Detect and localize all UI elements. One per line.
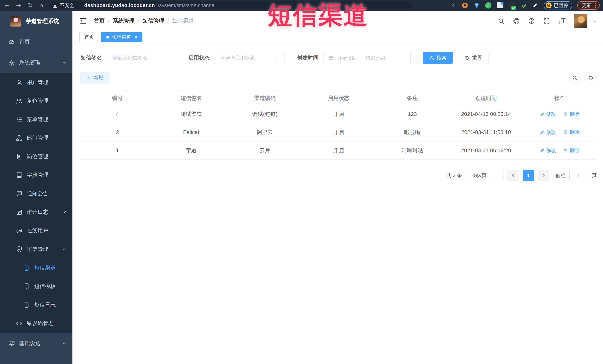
page-number-1[interactable]: 1 [523,170,534,181]
breadcrumb-sms[interactable]: 短信管理 [142,17,164,25]
column-header[interactable]: 创建时间 [449,92,523,105]
reset-button[interactable]: 重置 [458,52,488,64]
sidebar-item-sms-log[interactable]: 短信日志 [0,296,73,314]
calendar-icon [329,55,334,60]
close-icon[interactable]: × [135,35,137,40]
warning-icon: ▲ [53,3,57,8]
search-button[interactable]: 搜索 [423,52,453,64]
sidebar-item-sms-template[interactable]: 短信模板 [0,277,73,296]
tab-home[interactable]: 首页 [80,32,99,42]
signal-icon [16,227,23,234]
cell-id: 2 [81,123,154,142]
cell-code: 调试(钉钉) [228,105,302,123]
status-select[interactable]: 请选择启用状态 [215,52,285,64]
sidebar-item-infrastructure[interactable]: 基础设施 [0,333,73,354]
reload-icon[interactable]: ↻ [28,2,33,8]
caret-down-icon[interactable] [593,19,597,23]
page-content: 短信签名 启用状态 请选择启用状态 创建时间 开始日期 - 结束日期 搜索 [73,43,603,181]
refresh-table-button[interactable] [585,72,597,83]
font-size-icon[interactable]: TT [558,17,566,24]
edit-link[interactable]: 修改 [540,147,556,154]
sidebar-item-role-mgmt[interactable]: 角色管理 [0,92,73,110]
github-icon[interactable] [513,17,520,24]
delete-link[interactable]: 删除 [563,129,580,135]
delete-link[interactable]: 删除 [563,111,580,117]
address-bar[interactable]: ▲ 不安全 dashboard.yudao.iocoder.cn/system/… [49,1,413,9]
page-jump-input[interactable] [569,170,588,181]
sidebar-item-user-mgmt[interactable]: 用户管理 [0,73,73,92]
pagination: 共 3 条 10条/页 1 前往 页 [81,170,597,181]
date-range-picker[interactable]: 开始日期 - 结束日期 [323,52,411,64]
extension-bird-icon[interactable] [532,2,539,9]
search-icon [572,75,577,80]
app-logo [10,16,21,26]
avatar[interactable] [574,14,587,28]
cell-signature: 芋道 [154,142,228,160]
breadcrumb-system[interactable]: 系统管理 [113,17,134,25]
cell-created: 2021-04-13 00:23:14 [449,105,523,123]
next-page-button[interactable] [538,170,549,181]
delete-link[interactable]: 删除 [563,147,580,154]
monitor-icon [8,340,15,347]
column-header[interactable]: 短信签名 [154,92,228,105]
add-button[interactable]: 新增 [81,72,109,83]
sign-label: 短信签名 [81,54,102,62]
column-header[interactable]: 编号 [81,92,154,105]
sidebar-item-menu-mgmt[interactable]: 菜单管理 [0,110,73,129]
bookmark-star-icon[interactable]: ☆ [451,2,457,9]
browser-menu-icon[interactable] [595,3,596,8]
page-size-select[interactable]: 10条/页 [466,170,504,181]
collapse-sidebar-icon[interactable] [80,17,87,25]
column-header[interactable]: 渠道编码 [228,92,302,105]
app-logo-row[interactable]: 芋道管理系统 [0,11,73,32]
fullscreen-icon[interactable] [543,17,550,24]
cell-code: 阿里云 [228,123,302,142]
url-path: /system/sms/sms-channel [158,3,216,8]
paused-extension-pill[interactable]: 已暂停 [544,1,572,10]
cell-remark: 啦啦啦 [375,123,449,142]
sign-input[interactable] [107,52,176,64]
edit-link[interactable]: 修改 [540,129,556,135]
search-icon[interactable] [498,17,505,24]
sidebar-item-post-mgmt[interactable]: 岗位管理 [0,147,73,166]
back-icon[interactable]: ← [4,2,10,8]
org-chart-icon [16,135,23,142]
sidebar-item-home[interactable]: 首页 [0,32,73,52]
browser-update-button[interactable]: 更新 [577,1,600,10]
prev-page-button[interactable] [507,170,519,181]
sidebar-item-error-code-mgmt[interactable]: 错误码管理 [0,314,73,333]
help-icon[interactable] [528,17,535,24]
sidebar-item-notice-mgmt[interactable]: 通知公告 [0,184,73,203]
phone-icon [23,265,30,271]
extension-leaf-icon[interactable] [520,2,527,9]
sidebar-item-sms-mgmt[interactable]: 短信管理 [0,240,73,258]
column-header[interactable]: 操作 [523,92,597,105]
extension-grid-icon[interactable] [496,2,503,9]
sidebar-item-dept-mgmt[interactable]: 部门管理 [0,129,73,147]
extension-orange-icon[interactable] [461,2,468,9]
sidebar-item-system[interactable]: 系统管理 [0,52,73,73]
badge-icon [16,153,23,160]
gear-icon [8,59,15,66]
sidebar-item-dict-mgmt[interactable]: 字典管理 [0,166,73,184]
dashboard-icon [8,39,15,45]
chevron-down-icon [62,210,67,215]
cell-actions: 修改 删除 [523,142,597,160]
extension-pin-icon[interactable] [473,2,480,9]
breadcrumb-home[interactable]: 首页 [94,17,105,25]
column-header[interactable]: 备注 [375,92,449,105]
home-icon[interactable]: ⌂ [39,2,43,8]
extension-dark-icon[interactable]: on [508,2,515,9]
extension-check-icon[interactable]: ✓ [485,2,491,9]
sidebar: 芋道管理系统 首页 系统管理 用户管理 角色管理 菜 [0,11,73,364]
edit-link[interactable]: 修改 [540,111,556,117]
tab-sms-channel[interactable]: 短信渠道 × [101,32,142,42]
forward-icon[interactable]: → [16,2,21,8]
shield-check-icon [16,246,23,253]
breadcrumb: 首页 / 系统管理 / 短信管理 / 短信渠道 [94,17,194,25]
sidebar-item-audit-log[interactable]: 审计日志 [0,203,73,221]
sidebar-item-sms-channel[interactable]: 短信渠道 [0,258,73,277]
column-header[interactable]: 启用状态 [302,92,375,105]
toggle-search-button[interactable] [569,72,580,83]
sidebar-item-online-users[interactable]: 在线用户 [0,221,73,240]
